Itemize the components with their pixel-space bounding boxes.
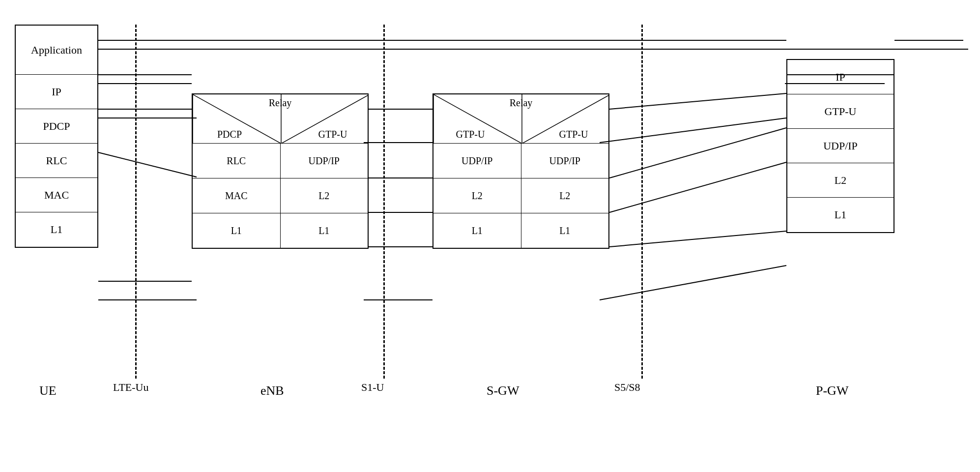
diagram-container: Application IP PDCP RLC MAC L1 UE LTE-Uu…: [10, 10, 968, 462]
enb-relay-header: Relay PDCP GTP-U: [193, 94, 368, 144]
svg-text:GTP-U: GTP-U: [456, 129, 485, 140]
ue-label: UE: [39, 384, 57, 398]
pgw-stack: IP GTP-U UDP/IP L2 L1: [786, 59, 894, 233]
svg-line-26: [609, 93, 786, 109]
sgw-relay-header: Relay GTP-U GTP-U: [433, 94, 608, 144]
svg-text:GTP-U: GTP-U: [559, 129, 588, 140]
enb-row-rlc-udpip: RLC UDP/IP: [193, 144, 368, 178]
enb-l1-right: L1: [281, 213, 368, 248]
s5s8-label: S5/S8: [614, 381, 640, 394]
ue-pdcp-layer: PDCP: [16, 109, 97, 144]
sgw-udpip-left: UDP/IP: [433, 144, 521, 178]
sgw-l1-left: L1: [433, 213, 521, 248]
sgw-udpip-right: UDP/IP: [521, 144, 609, 178]
pgw-gtpu-layer: GTP-U: [787, 94, 894, 129]
enb-l2: L2: [281, 178, 368, 213]
ue-stack: Application IP PDCP RLC MAC L1: [15, 25, 98, 248]
svg-line-8: [600, 266, 786, 300]
svg-text:GTP-U: GTP-U: [318, 129, 347, 140]
sgw-relay-label: Relay: [510, 97, 533, 109]
s1-u-label: S1-U: [361, 381, 384, 394]
enb-mac: MAC: [193, 178, 281, 213]
pgw-l1-layer: L1: [787, 198, 894, 232]
sgw-row-l2: L2 L2: [433, 178, 608, 213]
s5s8-interface: [641, 25, 643, 379]
pgw-l2-layer: L2: [787, 163, 894, 198]
svg-line-28: [609, 128, 786, 178]
svg-line-5: [600, 118, 786, 143]
enb-row-mac-l2: MAC L2: [193, 178, 368, 213]
enb-stack: Relay PDCP GTP-U RLC UDP/IP MAC L2: [192, 93, 369, 249]
sgw-row-udpip: UDP/IP UDP/IP: [433, 144, 608, 178]
sgw-l2-right: L2: [521, 178, 609, 213]
sgw-l1-right: L1: [521, 213, 609, 248]
enb-row-l1: L1 L1: [193, 213, 368, 248]
enb-udpip: UDP/IP: [281, 144, 368, 178]
enb-rlc: RLC: [193, 144, 281, 178]
sgw-stack: Relay GTP-U GTP-U UDP/IP UDP/IP L2 L2 L1…: [432, 93, 609, 249]
svg-text:PDCP: PDCP: [217, 129, 242, 140]
lte-uu-label: LTE-Uu: [113, 381, 149, 394]
sgw-l2-left: L2: [433, 178, 521, 213]
sgw-label: S-GW: [487, 384, 519, 398]
enb-relay-label: Relay: [269, 97, 292, 109]
enb-l1-left: L1: [193, 213, 281, 248]
s1-u-interface: [383, 25, 385, 379]
lte-uu-interface: [135, 25, 137, 379]
pgw-ip-layer: IP: [787, 60, 894, 94]
ue-l1-layer: L1: [16, 212, 97, 247]
svg-line-6: [98, 152, 197, 177]
svg-line-33: [609, 231, 786, 247]
pgw-udpip-layer: UDP/IP: [787, 129, 894, 163]
svg-line-30: [609, 162, 786, 212]
ue-ip-layer: IP: [16, 75, 97, 109]
pgw-label: P-GW: [816, 384, 848, 398]
ue-app-layer: Application: [16, 26, 97, 75]
enb-label: eNB: [260, 384, 284, 398]
sgw-row-l1: L1 L1: [433, 213, 608, 248]
ue-mac-layer: MAC: [16, 178, 97, 212]
ue-rlc-layer: RLC: [16, 144, 97, 178]
